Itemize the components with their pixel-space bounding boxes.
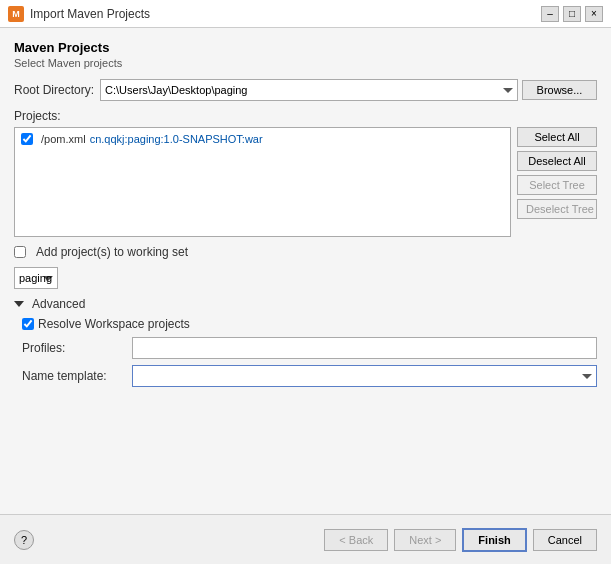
- window-controls: – □ ×: [541, 6, 603, 22]
- resolve-workspace-label: Resolve Workspace projects: [38, 317, 190, 331]
- root-dir-label: Root Directory:: [14, 83, 94, 97]
- browse-button[interactable]: Browse...: [522, 80, 597, 100]
- app-icon: M: [8, 6, 24, 22]
- back-button[interactable]: < Back: [324, 529, 388, 551]
- profiles-row: Profiles:: [22, 337, 597, 359]
- page-title: Maven Projects: [14, 40, 597, 55]
- root-dir-row: Root Directory: C:\Users\Jay\Desktop\pag…: [14, 79, 597, 101]
- page-subtitle: Select Maven projects: [14, 57, 597, 69]
- next-button[interactable]: Next >: [394, 529, 456, 551]
- name-template-select[interactable]: [132, 365, 597, 387]
- working-set-row: Add project(s) to working set: [14, 245, 597, 259]
- advanced-header[interactable]: Advanced: [14, 297, 597, 311]
- project-name: /pom.xml: [41, 133, 86, 145]
- window-title: Import Maven Projects: [30, 7, 541, 21]
- profiles-label: Profiles:: [22, 341, 132, 355]
- name-template-label: Name template:: [22, 369, 132, 383]
- deselect-tree-button[interactable]: Deselect Tree: [517, 199, 597, 219]
- name-template-row: Name template:: [22, 365, 597, 387]
- help-button[interactable]: ?: [14, 530, 34, 550]
- working-set-select-row: paging: [14, 267, 597, 289]
- working-set-label: Add project(s) to working set: [36, 245, 188, 259]
- working-set-checkbox[interactable]: [14, 246, 26, 258]
- title-bar: M Import Maven Projects – □ ×: [0, 0, 611, 28]
- main-content: Maven Projects Select Maven projects Roo…: [0, 28, 611, 514]
- footer-right: < Back Next > Finish Cancel: [324, 528, 597, 552]
- profiles-input[interactable]: [132, 337, 597, 359]
- cancel-button[interactable]: Cancel: [533, 529, 597, 551]
- footer-left: ?: [14, 530, 34, 550]
- project-artifact: cn.qqkj:paging:1.0-SNAPSHOT:war: [90, 133, 263, 145]
- project-checkbox[interactable]: [21, 133, 33, 145]
- advanced-toggle-icon: [14, 301, 24, 307]
- close-button[interactable]: ×: [585, 6, 603, 22]
- footer: ? < Back Next > Finish Cancel: [0, 514, 611, 564]
- projects-side-buttons: Select All Deselect All Select Tree Dese…: [517, 127, 597, 237]
- advanced-content: Resolve Workspace projects Profiles: Nam…: [14, 317, 597, 387]
- resolve-workspace-checkbox[interactable]: [22, 318, 34, 330]
- deselect-all-button[interactable]: Deselect All: [517, 151, 597, 171]
- table-row: /pom.xml cn.qqkj:paging:1.0-SNAPSHOT:war: [19, 132, 506, 146]
- resolve-workspace-row: Resolve Workspace projects: [22, 317, 597, 331]
- projects-list[interactable]: /pom.xml cn.qqkj:paging:1.0-SNAPSHOT:war: [14, 127, 511, 237]
- advanced-section: Advanced Resolve Workspace projects Prof…: [14, 297, 597, 387]
- projects-label: Projects:: [14, 109, 597, 123]
- maximize-button[interactable]: □: [563, 6, 581, 22]
- select-tree-button[interactable]: Select Tree: [517, 175, 597, 195]
- projects-area: /pom.xml cn.qqkj:paging:1.0-SNAPSHOT:war…: [14, 127, 597, 237]
- select-all-button[interactable]: Select All: [517, 127, 597, 147]
- advanced-label: Advanced: [32, 297, 85, 311]
- finish-button[interactable]: Finish: [462, 528, 526, 552]
- working-set-select[interactable]: paging: [14, 267, 58, 289]
- root-dir-input[interactable]: C:\Users\Jay\Desktop\paging: [100, 79, 518, 101]
- minimize-button[interactable]: –: [541, 6, 559, 22]
